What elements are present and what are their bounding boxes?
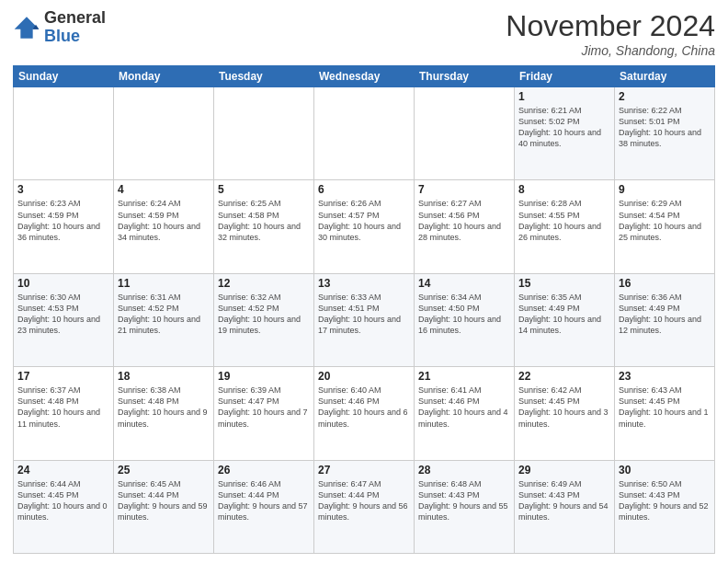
day-cell	[415, 87, 515, 180]
week-row-3: 17Sunrise: 6:37 AM Sunset: 4:48 PM Dayli…	[14, 367, 715, 460]
day-cell: 13Sunrise: 6:33 AM Sunset: 4:51 PM Dayli…	[314, 273, 415, 366]
day-cell: 27Sunrise: 6:47 AM Sunset: 4:44 PM Dayli…	[314, 460, 415, 553]
day-cell: 25Sunrise: 6:45 AM Sunset: 4:44 PM Dayli…	[114, 460, 214, 553]
day-info: Sunrise: 6:41 AM Sunset: 4:46 PM Dayligh…	[418, 385, 510, 430]
day-cell	[214, 87, 314, 180]
day-cell: 28Sunrise: 6:48 AM Sunset: 4:43 PM Dayli…	[415, 460, 515, 553]
col-saturday: Saturday	[615, 66, 715, 87]
col-tuesday: Tuesday	[214, 66, 314, 87]
day-cell: 1Sunrise: 6:21 AM Sunset: 5:02 PM Daylig…	[515, 87, 615, 180]
day-cell: 20Sunrise: 6:40 AM Sunset: 4:46 PM Dayli…	[314, 367, 415, 460]
day-cell	[314, 87, 415, 180]
day-info: Sunrise: 6:29 AM Sunset: 4:54 PM Dayligh…	[619, 198, 711, 243]
logo-icon	[13, 14, 40, 41]
day-cell: 16Sunrise: 6:36 AM Sunset: 4:49 PM Dayli…	[615, 273, 715, 366]
day-cell: 19Sunrise: 6:39 AM Sunset: 4:47 PM Dayli…	[214, 367, 314, 460]
day-info: Sunrise: 6:35 AM Sunset: 4:49 PM Dayligh…	[518, 292, 610, 337]
day-info: Sunrise: 6:24 AM Sunset: 4:59 PM Dayligh…	[118, 198, 210, 243]
day-info: Sunrise: 6:49 AM Sunset: 4:43 PM Dayligh…	[518, 478, 610, 523]
day-cell: 12Sunrise: 6:32 AM Sunset: 4:52 PM Dayli…	[214, 273, 314, 366]
col-monday: Monday	[114, 66, 214, 87]
day-cell: 8Sunrise: 6:28 AM Sunset: 4:55 PM Daylig…	[515, 180, 615, 273]
calendar-table: Sunday Monday Tuesday Wednesday Thursday…	[13, 65, 715, 554]
day-number: 18	[118, 370, 210, 383]
day-number: 5	[218, 183, 310, 196]
title-block: November 2024 Jimo, Shandong, China	[506, 9, 715, 58]
day-number: 23	[619, 370, 711, 383]
week-row-4: 24Sunrise: 6:44 AM Sunset: 4:45 PM Dayli…	[14, 460, 715, 553]
day-number: 6	[318, 183, 410, 196]
day-number: 19	[218, 370, 310, 383]
day-info: Sunrise: 6:33 AM Sunset: 4:51 PM Dayligh…	[318, 292, 410, 337]
day-info: Sunrise: 6:39 AM Sunset: 4:47 PM Dayligh…	[218, 385, 310, 430]
col-wednesday: Wednesday	[314, 66, 415, 87]
day-number: 8	[518, 183, 610, 196]
day-cell: 17Sunrise: 6:37 AM Sunset: 4:48 PM Dayli…	[14, 367, 114, 460]
day-number: 2	[619, 90, 711, 103]
day-number: 24	[17, 464, 109, 477]
day-cell: 3Sunrise: 6:23 AM Sunset: 4:59 PM Daylig…	[14, 180, 114, 273]
day-cell: 22Sunrise: 6:42 AM Sunset: 4:45 PM Dayli…	[515, 367, 615, 460]
day-number: 20	[318, 370, 410, 383]
day-number: 13	[318, 277, 410, 290]
day-number: 22	[518, 370, 610, 383]
col-sunday: Sunday	[14, 66, 114, 87]
day-number: 11	[118, 277, 210, 290]
day-cell	[14, 87, 114, 180]
col-thursday: Thursday	[415, 66, 515, 87]
day-info: Sunrise: 6:25 AM Sunset: 4:58 PM Dayligh…	[218, 198, 310, 243]
location: Jimo, Shandong, China	[506, 43, 715, 58]
day-number: 4	[118, 183, 210, 196]
logo-blue-text: Blue	[44, 28, 106, 46]
day-number: 29	[518, 464, 610, 477]
month-title: November 2024	[506, 9, 715, 43]
day-number: 28	[418, 464, 510, 477]
day-info: Sunrise: 6:47 AM Sunset: 4:44 PM Dayligh…	[318, 478, 410, 523]
day-info: Sunrise: 6:28 AM Sunset: 4:55 PM Dayligh…	[518, 198, 610, 243]
day-cell: 7Sunrise: 6:27 AM Sunset: 4:56 PM Daylig…	[415, 180, 515, 273]
week-row-0: 1Sunrise: 6:21 AM Sunset: 5:02 PM Daylig…	[14, 87, 715, 180]
day-number: 26	[218, 464, 310, 477]
day-cell: 29Sunrise: 6:49 AM Sunset: 4:43 PM Dayli…	[515, 460, 615, 553]
day-info: Sunrise: 6:46 AM Sunset: 4:44 PM Dayligh…	[218, 478, 310, 523]
day-number: 12	[218, 277, 310, 290]
day-info: Sunrise: 6:32 AM Sunset: 4:52 PM Dayligh…	[218, 292, 310, 337]
week-row-2: 10Sunrise: 6:30 AM Sunset: 4:53 PM Dayli…	[14, 273, 715, 366]
week-row-1: 3Sunrise: 6:23 AM Sunset: 4:59 PM Daylig…	[14, 180, 715, 273]
day-cell: 9Sunrise: 6:29 AM Sunset: 4:54 PM Daylig…	[615, 180, 715, 273]
calendar-header: Sunday Monday Tuesday Wednesday Thursday…	[14, 66, 715, 87]
logo: General Blue	[13, 9, 106, 46]
day-cell: 4Sunrise: 6:24 AM Sunset: 4:59 PM Daylig…	[114, 180, 214, 273]
day-info: Sunrise: 6:48 AM Sunset: 4:43 PM Dayligh…	[418, 478, 510, 523]
day-info: Sunrise: 6:43 AM Sunset: 4:45 PM Dayligh…	[619, 385, 711, 430]
day-cell: 21Sunrise: 6:41 AM Sunset: 4:46 PM Dayli…	[415, 367, 515, 460]
day-info: Sunrise: 6:40 AM Sunset: 4:46 PM Dayligh…	[318, 385, 410, 430]
day-cell: 14Sunrise: 6:34 AM Sunset: 4:50 PM Dayli…	[415, 273, 515, 366]
day-info: Sunrise: 6:23 AM Sunset: 4:59 PM Dayligh…	[17, 198, 109, 243]
day-number: 21	[418, 370, 510, 383]
day-number: 7	[418, 183, 510, 196]
header: General Blue November 2024 Jimo, Shandon…	[13, 9, 715, 58]
day-cell: 24Sunrise: 6:44 AM Sunset: 4:45 PM Dayli…	[14, 460, 114, 553]
day-info: Sunrise: 6:31 AM Sunset: 4:52 PM Dayligh…	[118, 292, 210, 337]
day-cell: 5Sunrise: 6:25 AM Sunset: 4:58 PM Daylig…	[214, 180, 314, 273]
page: General Blue November 2024 Jimo, Shandon…	[0, 0, 728, 563]
day-cell	[114, 87, 214, 180]
day-number: 14	[418, 277, 510, 290]
col-friday: Friday	[515, 66, 615, 87]
logo-text: General Blue	[44, 9, 106, 46]
day-info: Sunrise: 6:30 AM Sunset: 4:53 PM Dayligh…	[17, 292, 109, 337]
day-info: Sunrise: 6:26 AM Sunset: 4:57 PM Dayligh…	[318, 198, 410, 243]
day-cell: 23Sunrise: 6:43 AM Sunset: 4:45 PM Dayli…	[615, 367, 715, 460]
day-number: 16	[619, 277, 711, 290]
day-info: Sunrise: 6:44 AM Sunset: 4:45 PM Dayligh…	[17, 478, 109, 523]
day-info: Sunrise: 6:42 AM Sunset: 4:45 PM Dayligh…	[518, 385, 610, 430]
day-number: 25	[118, 464, 210, 477]
day-cell: 18Sunrise: 6:38 AM Sunset: 4:48 PM Dayli…	[114, 367, 214, 460]
day-number: 17	[17, 370, 109, 383]
logo-general-text: General	[44, 9, 106, 28]
day-cell: 15Sunrise: 6:35 AM Sunset: 4:49 PM Dayli…	[515, 273, 615, 366]
day-cell: 10Sunrise: 6:30 AM Sunset: 4:53 PM Dayli…	[14, 273, 114, 366]
day-cell: 11Sunrise: 6:31 AM Sunset: 4:52 PM Dayli…	[114, 273, 214, 366]
day-number: 3	[17, 183, 109, 196]
